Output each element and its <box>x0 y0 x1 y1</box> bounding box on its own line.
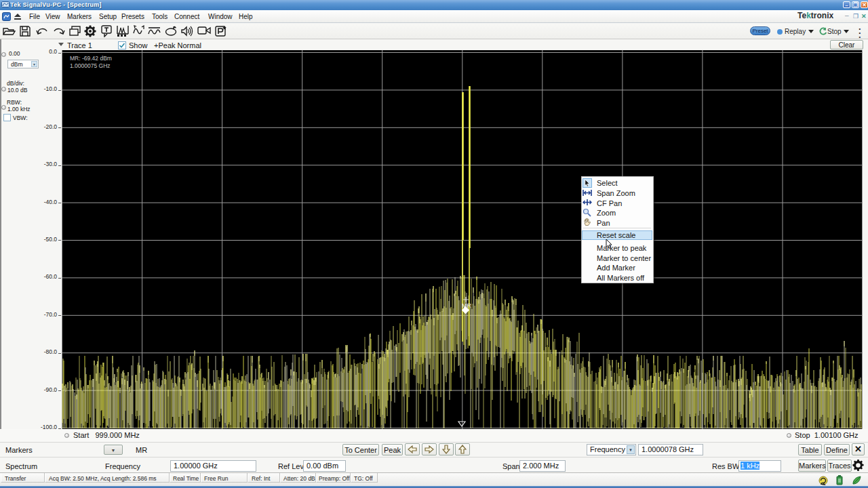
svg-text:1.0000075 GHz: 1.0000075 GHz <box>70 62 111 69</box>
svg-text:MR: -69.42 dBm: MR: -69.42 dBm <box>70 55 112 62</box>
